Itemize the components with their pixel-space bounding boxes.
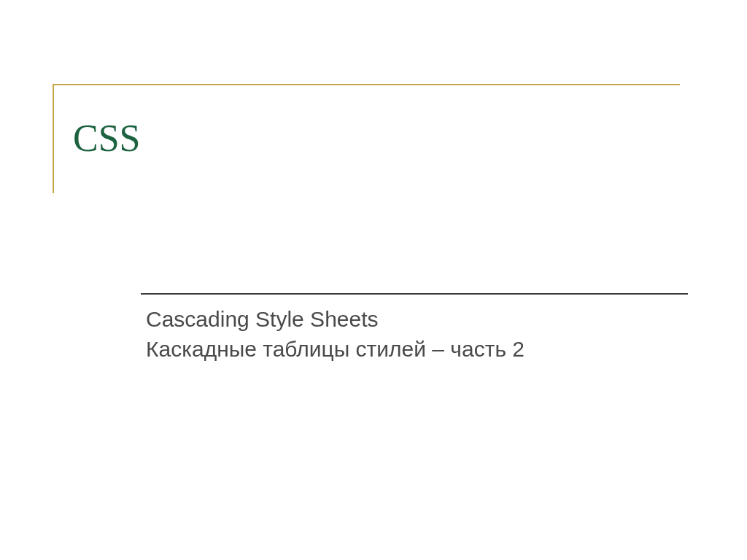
subtitle-block: Cascading Style Sheets Каскадные таблицы… bbox=[146, 305, 525, 364]
subtitle-line-1: Cascading Style Sheets bbox=[146, 305, 525, 335]
title-frame-border bbox=[53, 84, 680, 193]
subtitle-line-2: Каскадные таблицы стилей – часть 2 bbox=[146, 335, 525, 365]
slide-title: CSS bbox=[73, 117, 141, 160]
subtitle-divider bbox=[141, 293, 688, 295]
